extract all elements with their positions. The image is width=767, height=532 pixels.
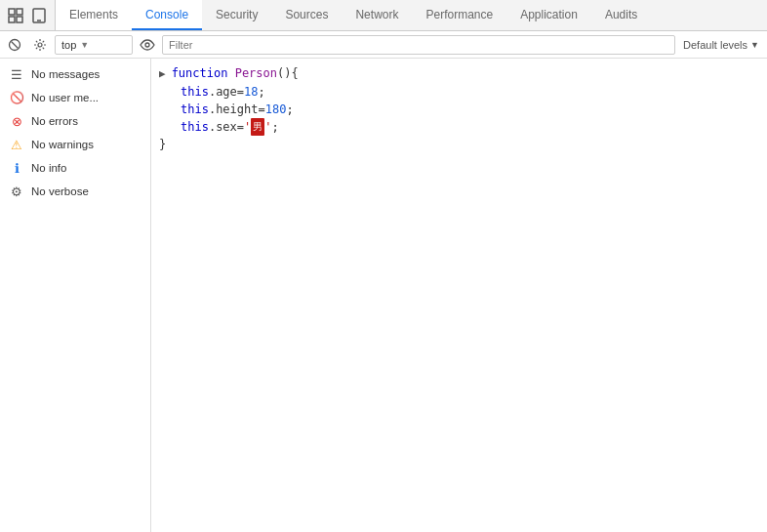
chinese-char: 男 [251,118,264,136]
console-toolbar: top ▼ Default levels ▼ [0,31,767,59]
svg-point-8 [38,43,42,47]
verbose-icon: ⚙ [10,184,23,198]
tab-network[interactable]: Network [342,0,412,30]
tab-bar: Elements Console Security Sources Networ… [0,0,767,31]
sidebar-item-warnings[interactable]: ⚠ No warnings [0,133,150,156]
this-keyword-1: this [181,83,209,101]
svg-rect-0 [9,9,15,15]
code-line-4: this.sex = '男'; [181,118,759,136]
code-line-2: this.age = 18; [181,83,759,101]
settings-button[interactable] [29,34,51,56]
sidebar-item-info[interactable]: ℹ No info [0,156,150,180]
default-levels-button[interactable]: Default levels ▼ [679,39,763,51]
sidebar-item-errors[interactable]: ⊗ No errors [0,109,150,133]
mobile-view-button[interactable] [29,6,49,25]
context-selector-arrow: ▼ [80,40,89,50]
main-area: ☰ No messages 🚫 No user me... ⊗ No error… [0,59,767,532]
expand-arrow[interactable]: ▶ [159,64,166,83]
this-keyword-3: this [181,118,209,136]
sidebar-item-messages[interactable]: ☰ No messages [0,62,150,86]
value-age: 18 [244,83,258,101]
tab-sources[interactable]: Sources [271,0,342,30]
tab-audits[interactable]: Audits [591,0,651,30]
keyword-function: function [172,66,228,80]
sidebar-item-user[interactable]: 🚫 No user me... [0,86,150,109]
code-block: ▶ function Person(){ this.age = 18; this… [151,64,767,153]
svg-rect-3 [17,17,22,22]
this-keyword-2: this [181,101,209,118]
code-line-5: } [159,136,759,153]
context-selector[interactable]: top ▼ [55,35,133,55]
eye-button[interactable] [137,34,158,56]
user-icon: 🚫 [10,91,23,104]
svg-line-7 [12,41,19,48]
filter-input[interactable] [162,35,675,55]
chevron-down-icon: ▼ [750,40,759,50]
value-height: 180 [265,101,287,118]
svg-rect-2 [9,17,15,22]
tab-security[interactable]: Security [202,0,271,30]
closing-brace: } [159,136,166,153]
tab-application[interactable]: Application [506,0,591,30]
console-sidebar: ☰ No messages 🚫 No user me... ⊗ No error… [0,59,151,532]
svg-point-9 [145,43,149,47]
tab-console[interactable]: Console [132,0,202,30]
inspect-element-button[interactable] [6,6,25,25]
info-icon: ℹ [10,161,23,175]
svg-rect-1 [17,9,22,15]
devtools-icons [0,0,56,30]
list-icon: ☰ [10,67,23,81]
function-name: Person [235,66,277,80]
tab-performance[interactable]: Performance [412,0,506,30]
clear-console-button[interactable] [4,34,25,56]
console-output-area[interactable]: ▶ function Person(){ this.age = 18; this… [151,59,767,532]
code-line-1: ▶ function Person(){ [159,64,759,83]
sidebar-item-verbose[interactable]: ⚙ No verbose [0,180,150,203]
tab-elements[interactable]: Elements [56,0,132,30]
code-line-3: this.height = 180; [181,101,759,118]
warning-icon: ⚠ [10,138,23,151]
error-icon: ⊗ [10,114,23,128]
